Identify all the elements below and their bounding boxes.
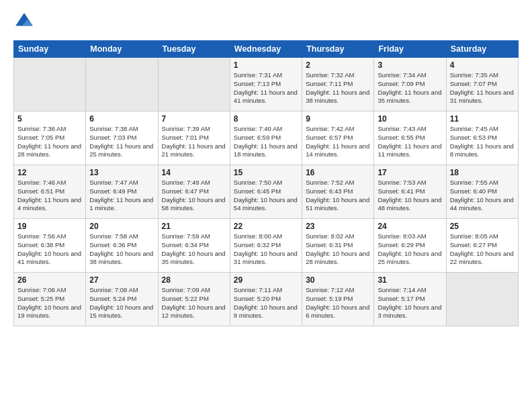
day-info: Sunrise: 7:12 AM Sunset: 5:19 PM Dayligh… [306, 286, 370, 320]
day-number: 9 [306, 114, 370, 124]
day-number: 12 [17, 168, 82, 177]
day-cell: 15Sunrise: 7:50 AM Sunset: 6:45 PM Dayli… [230, 165, 302, 219]
day-info: Sunrise: 8:03 AM Sunset: 6:29 PM Dayligh… [378, 232, 442, 267]
day-info: Sunrise: 7:49 AM Sunset: 6:47 PM Dayligh… [162, 179, 226, 213]
day-number: 6 [89, 114, 154, 124]
day-cell: 12Sunrise: 7:46 AM Sunset: 6:51 PM Dayli… [14, 165, 86, 219]
day-number: 19 [17, 222, 82, 231]
day-info: Sunrise: 7:58 AM Sunset: 6:36 PM Dayligh… [89, 232, 154, 267]
header [13, 11, 519, 32]
day-info: Sunrise: 7:11 AM Sunset: 5:20 PM Dayligh… [234, 286, 298, 320]
day-cell: 16Sunrise: 7:52 AM Sunset: 6:43 PM Dayli… [302, 165, 374, 219]
day-number: 18 [450, 168, 515, 177]
day-info: Sunrise: 7:47 AM Sunset: 6:49 PM Dayligh… [89, 179, 154, 213]
header-cell-thursday: Thursday [302, 41, 374, 58]
day-number: 5 [17, 114, 82, 124]
day-number: 27 [89, 275, 154, 285]
day-number: 22 [234, 222, 298, 231]
day-number: 11 [450, 114, 515, 124]
day-number: 2 [306, 60, 370, 70]
page: SundayMondayTuesdayWednesdayThursdayFrid… [0, 0, 532, 411]
day-cell: 7Sunrise: 7:39 AM Sunset: 7:01 PM Daylig… [158, 111, 230, 165]
day-cell [14, 58, 86, 111]
day-cell: 29Sunrise: 7:11 AM Sunset: 5:20 PM Dayli… [230, 273, 302, 326]
day-number: 23 [306, 222, 370, 231]
day-info: Sunrise: 7:38 AM Sunset: 7:03 PM Dayligh… [89, 125, 154, 159]
day-number: 29 [234, 275, 298, 285]
day-info: Sunrise: 7:52 AM Sunset: 6:43 PM Dayligh… [306, 179, 370, 213]
day-info: Sunrise: 7:14 AM Sunset: 5:17 PM Dayligh… [378, 286, 442, 320]
day-number: 16 [306, 168, 370, 177]
day-cell: 28Sunrise: 7:09 AM Sunset: 5:22 PM Dayli… [158, 273, 230, 326]
day-number: 30 [306, 275, 370, 285]
week-row-1: 5Sunrise: 7:36 AM Sunset: 7:05 PM Daylig… [14, 111, 519, 165]
day-cell: 26Sunrise: 7:06 AM Sunset: 5:25 PM Dayli… [14, 273, 86, 326]
day-info: Sunrise: 7:50 AM Sunset: 6:45 PM Dayligh… [234, 179, 298, 213]
day-cell: 25Sunrise: 8:05 AM Sunset: 6:27 PM Dayli… [446, 219, 518, 273]
day-number: 24 [378, 222, 442, 231]
day-cell: 21Sunrise: 7:59 AM Sunset: 6:34 PM Dayli… [158, 219, 230, 273]
day-cell: 19Sunrise: 7:56 AM Sunset: 6:38 PM Dayli… [14, 219, 86, 273]
day-info: Sunrise: 7:43 AM Sunset: 6:55 PM Dayligh… [378, 125, 442, 159]
day-cell: 6Sunrise: 7:38 AM Sunset: 7:03 PM Daylig… [86, 111, 158, 165]
day-cell: 23Sunrise: 8:02 AM Sunset: 6:31 PM Dayli… [302, 219, 374, 273]
day-cell: 30Sunrise: 7:12 AM Sunset: 5:19 PM Dayli… [302, 273, 374, 326]
day-info: Sunrise: 7:45 AM Sunset: 6:53 PM Dayligh… [450, 125, 515, 159]
day-cell: 31Sunrise: 7:14 AM Sunset: 5:17 PM Dayli… [374, 273, 446, 326]
day-info: Sunrise: 7:36 AM Sunset: 7:05 PM Dayligh… [17, 125, 82, 159]
day-cell [86, 58, 158, 111]
day-number: 15 [234, 168, 298, 177]
calendar-table: SundayMondayTuesdayWednesdayThursdayFrid… [13, 40, 519, 326]
day-info: Sunrise: 7:31 AM Sunset: 7:13 PM Dayligh… [234, 71, 298, 105]
day-info: Sunrise: 7:09 AM Sunset: 5:22 PM Dayligh… [162, 286, 226, 320]
day-number: 28 [162, 275, 226, 285]
day-info: Sunrise: 7:55 AM Sunset: 6:40 PM Dayligh… [450, 179, 515, 213]
day-cell: 10Sunrise: 7:43 AM Sunset: 6:55 PM Dayli… [374, 111, 446, 165]
day-number: 3 [378, 60, 442, 70]
day-number: 31 [378, 275, 442, 285]
logo [13, 11, 38, 32]
day-number: 14 [162, 168, 226, 177]
header-row: SundayMondayTuesdayWednesdayThursdayFrid… [14, 41, 519, 58]
header-cell-tuesday: Tuesday [158, 41, 230, 58]
day-number: 1 [234, 60, 298, 70]
day-number: 26 [17, 275, 82, 285]
day-cell [446, 273, 518, 326]
day-number: 10 [378, 114, 442, 124]
day-cell: 4Sunrise: 7:35 AM Sunset: 7:07 PM Daylig… [446, 58, 518, 111]
day-cell: 2Sunrise: 7:32 AM Sunset: 7:11 PM Daylig… [302, 58, 374, 111]
day-info: Sunrise: 7:08 AM Sunset: 5:24 PM Dayligh… [89, 286, 154, 320]
day-cell [158, 58, 230, 111]
day-info: Sunrise: 7:32 AM Sunset: 7:11 PM Dayligh… [306, 71, 370, 105]
day-info: Sunrise: 7:46 AM Sunset: 6:51 PM Dayligh… [17, 179, 82, 213]
header-cell-monday: Monday [86, 41, 158, 58]
week-row-4: 26Sunrise: 7:06 AM Sunset: 5:25 PM Dayli… [14, 273, 519, 326]
day-cell: 8Sunrise: 7:40 AM Sunset: 6:59 PM Daylig… [230, 111, 302, 165]
day-info: Sunrise: 7:42 AM Sunset: 6:57 PM Dayligh… [306, 125, 370, 159]
day-cell: 17Sunrise: 7:53 AM Sunset: 6:41 PM Dayli… [374, 165, 446, 219]
day-cell: 20Sunrise: 7:58 AM Sunset: 6:36 PM Dayli… [86, 219, 158, 273]
header-cell-saturday: Saturday [446, 41, 518, 58]
week-row-2: 12Sunrise: 7:46 AM Sunset: 6:51 PM Dayli… [14, 165, 519, 219]
day-cell: 14Sunrise: 7:49 AM Sunset: 6:47 PM Dayli… [158, 165, 230, 219]
day-info: Sunrise: 8:05 AM Sunset: 6:27 PM Dayligh… [450, 232, 515, 267]
header-cell-friday: Friday [374, 41, 446, 58]
day-info: Sunrise: 7:39 AM Sunset: 7:01 PM Dayligh… [162, 125, 226, 159]
day-cell: 24Sunrise: 8:03 AM Sunset: 6:29 PM Dayli… [374, 219, 446, 273]
day-number: 21 [162, 222, 226, 231]
day-info: Sunrise: 7:53 AM Sunset: 6:41 PM Dayligh… [378, 179, 442, 213]
day-number: 7 [162, 114, 226, 124]
day-number: 4 [450, 60, 515, 70]
day-cell: 1Sunrise: 7:31 AM Sunset: 7:13 PM Daylig… [230, 58, 302, 111]
day-cell: 11Sunrise: 7:45 AM Sunset: 6:53 PM Dayli… [446, 111, 518, 165]
day-info: Sunrise: 7:59 AM Sunset: 6:34 PM Dayligh… [162, 232, 226, 267]
day-cell: 22Sunrise: 8:00 AM Sunset: 6:32 PM Dayli… [230, 219, 302, 273]
day-number: 8 [234, 114, 298, 124]
day-info: Sunrise: 7:34 AM Sunset: 7:09 PM Dayligh… [378, 71, 442, 105]
day-info: Sunrise: 7:35 AM Sunset: 7:07 PM Dayligh… [450, 71, 515, 105]
day-number: 17 [378, 168, 442, 177]
day-info: Sunrise: 8:02 AM Sunset: 6:31 PM Dayligh… [306, 232, 370, 267]
day-info: Sunrise: 7:40 AM Sunset: 6:59 PM Dayligh… [234, 125, 298, 159]
header-cell-wednesday: Wednesday [230, 41, 302, 58]
week-row-0: 1Sunrise: 7:31 AM Sunset: 7:13 PM Daylig… [14, 58, 519, 111]
